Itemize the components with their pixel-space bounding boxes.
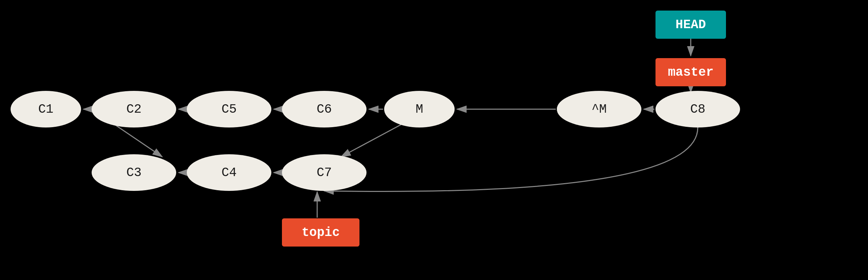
- label-c5: C5: [221, 102, 236, 117]
- label-m: M: [415, 102, 423, 117]
- label-c8: C8: [690, 102, 705, 117]
- label-c3: C3: [126, 166, 141, 180]
- arrow-c2-to-c3: [113, 123, 162, 157]
- label-c4: C4: [221, 166, 236, 180]
- label-c6: C6: [316, 102, 332, 117]
- label-c7: C7: [316, 166, 332, 180]
- label-c2: C2: [126, 102, 141, 117]
- label-master: master: [668, 65, 714, 80]
- label-topic: topic: [302, 225, 340, 240]
- arrow-c8-to-c7: [324, 127, 698, 192]
- git-diagram: C1 C2 C5 C6 M ^M C8 C3 C4 C7 HEAD master…: [0, 0, 868, 280]
- label-hatm: ^M: [591, 102, 607, 117]
- label-c1: C1: [38, 102, 53, 117]
- arrow-m-to-c7: [341, 123, 404, 157]
- label-head: HEAD: [676, 18, 706, 32]
